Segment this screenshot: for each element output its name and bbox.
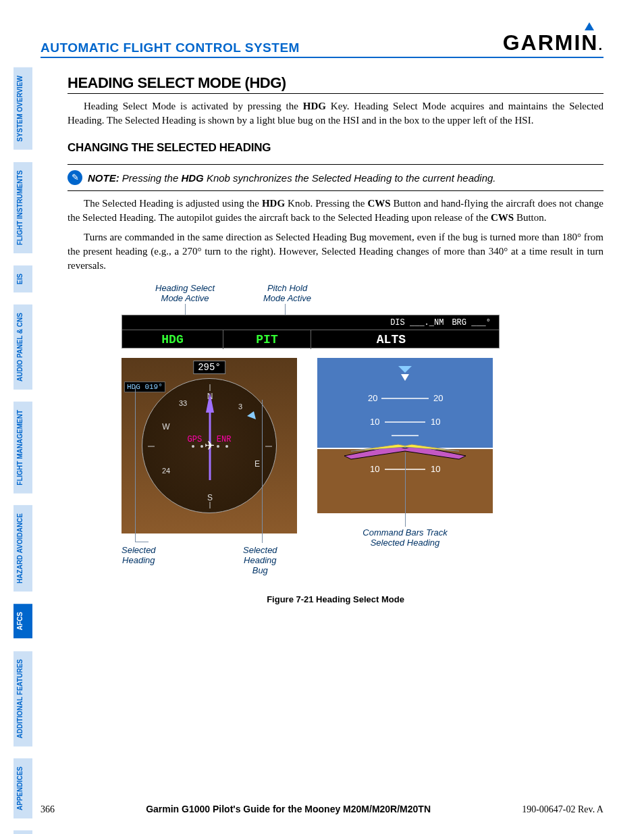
tab-hazard-avoidance[interactable]: HAZARD AVOIDANCE — [14, 505, 32, 592]
callout-line — [135, 542, 149, 542]
dis-readout: DIS ___._NM — [390, 318, 444, 328]
compass-rose-icon: N 33 3 W E 24 S — [142, 378, 277, 513]
svg-text:20: 20 — [368, 393, 377, 403]
callout-hdg-mode: Heading SelectMode Active — [155, 284, 215, 304]
enr-label: ENR — [217, 435, 232, 444]
mode-pit: PIT — [223, 330, 311, 349]
svg-marker-19 — [401, 374, 409, 381]
svg-text:33: 33 — [179, 399, 187, 407]
gps-label: GPS — [188, 435, 203, 444]
svg-marker-18 — [398, 366, 412, 373]
note-pencil-icon: ✎ — [68, 170, 82, 185]
svg-point-13 — [192, 445, 194, 448]
tab-system-overview[interactable]: SYSTEM OVERVIEW — [14, 68, 32, 150]
tab-flight-management[interactable]: FLIGHT MANAGEMENT — [14, 402, 32, 494]
tab-eis[interactable]: EIS — [14, 265, 32, 292]
main-content: HEADING SELECT MODE (HDG) Heading Select… — [68, 74, 603, 608]
svg-marker-17 — [247, 411, 256, 419]
heading-h3: CHANGING THE SELECTED HEADING — [68, 141, 603, 155]
garmin-logo: GARMIN. — [503, 30, 603, 55]
callout-line — [135, 386, 136, 542]
svg-text:10: 10 — [370, 464, 379, 474]
paragraph-2: The Selected Heading is adjusted using t… — [68, 197, 603, 225]
figure-caption: Figure 7-21 Heading Select Mode — [68, 594, 603, 604]
brg-readout: BRG ___° — [452, 318, 491, 328]
note-block: ✎ NOTE: Pressing the HDG Knob synchroniz… — [68, 164, 603, 191]
svg-point-15 — [217, 445, 219, 448]
svg-text:10: 10 — [431, 464, 440, 474]
mode-alts: ALTS — [311, 330, 419, 349]
tab-additional-features[interactable]: ADDITIONAL FEATURES — [14, 651, 32, 746]
svg-text:24: 24 — [162, 467, 170, 475]
figure-7-21: Heading SelectMode Active Pitch HoldMode… — [68, 284, 603, 608]
callout-selected-heading-bug: SelectedHeadingBug — [243, 546, 277, 576]
afcs-mode-bar: DIS ___._NM BRG ___° HDG PIT ALTS — [122, 315, 500, 348]
tab-afcs[interactable]: AFCS — [14, 604, 32, 638]
paragraph-3: Turns are commanded in the same directio… — [68, 230, 603, 273]
hsi-lubber-heading: 295° — [193, 361, 225, 374]
page-number: 366 — [41, 804, 55, 815]
svg-text:10: 10 — [431, 417, 440, 427]
note-text: NOTE: Pressing the HDG Knob synchronizes… — [88, 172, 496, 184]
paragraph-intro: Heading Select Mode is activated by pres… — [68, 99, 603, 128]
garmin-delta-icon — [585, 22, 594, 30]
tab-index[interactable]: INDEX — [14, 831, 32, 834]
aircraft-icon: ✈ — [205, 438, 215, 453]
hsi-display: 295° HDG 019° N 33 3 W E — [122, 358, 297, 533]
callout-line — [262, 400, 263, 543]
callout-pit-mode: Pitch HoldMode Active — [263, 284, 311, 304]
svg-point-16 — [225, 445, 228, 448]
svg-text:E: E — [254, 459, 260, 469]
callout-line — [405, 452, 406, 527]
guide-title: Garmin G1000 Pilot's Guide for the Moone… — [146, 804, 431, 814]
svg-text:S: S — [207, 493, 213, 502]
callout-command-bars: Command Bars TrackSelected Heading — [344, 528, 466, 548]
page-footer: 366 Garmin G1000 Pilot's Guide for the M… — [41, 804, 603, 815]
svg-text:3: 3 — [238, 402, 242, 411]
svg-point-14 — [200, 445, 203, 448]
mode-hdg: HDG — [122, 330, 223, 349]
doc-revision: 190-00647-02 Rev. A — [522, 804, 603, 815]
heading-h2: HEADING SELECT MODE (HDG) — [68, 74, 603, 94]
page-header: AUTOMATIC FLIGHT CONTROL SYSTEM GARMIN. — [41, 30, 603, 58]
svg-text:10: 10 — [370, 417, 379, 427]
tab-appendices[interactable]: APPENDICES — [14, 758, 32, 818]
callout-selected-heading: SelectedHeading — [122, 546, 156, 566]
svg-text:20: 20 — [433, 393, 443, 403]
tab-flight-instruments[interactable]: FLIGHT INSTRUMENTS — [14, 162, 32, 253]
nav-sidebar: SYSTEM OVERVIEW FLIGHT INSTRUMENTS EIS A… — [14, 68, 35, 834]
section-title: AUTOMATIC FLIGHT CONTROL SYSTEM — [41, 41, 300, 55]
svg-text:W: W — [162, 422, 170, 432]
tab-audio-panel[interactable]: AUDIO PANEL & CNS — [14, 305, 32, 390]
